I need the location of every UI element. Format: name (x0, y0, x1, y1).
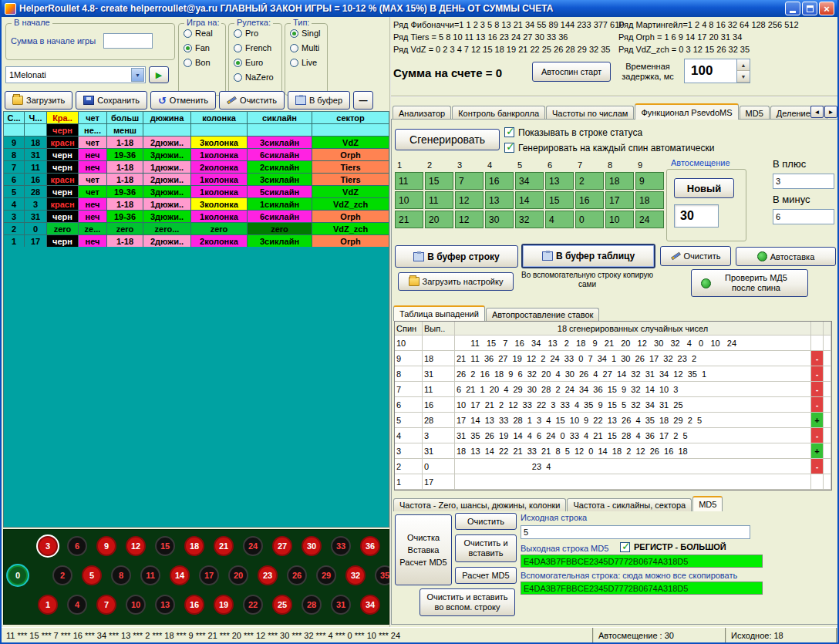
spin-up-button[interactable]: ▲ (737, 59, 750, 71)
board-number-21[interactable]: 21 (214, 536, 234, 556)
tab-scroll-left-button[interactable]: ◄ (810, 106, 824, 118)
board-number-6[interactable]: 6 (67, 536, 87, 556)
play-button[interactable]: ▶ (149, 66, 169, 83)
drops-spin: 5 (395, 413, 423, 428)
radio-game-real[interactable]: Real (184, 28, 225, 39)
undo-button[interactable]: ↺Отменить (150, 91, 216, 110)
board-number-26[interactable]: 26 (287, 565, 307, 585)
board-number-2[interactable]: 2 (52, 565, 72, 585)
board-number-19[interactable]: 19 (214, 595, 234, 615)
tab-1[interactable]: Контроль банкролла (452, 106, 545, 120)
tab-4[interactable]: MD5 (740, 106, 770, 120)
board-number-24[interactable]: 24 (243, 536, 263, 556)
folder-icon (409, 277, 420, 286)
chevron-down-icon[interactable]: ▼ (131, 68, 144, 82)
board-number-22[interactable]: 22 (243, 595, 263, 615)
board-number-11[interactable]: 11 (140, 565, 160, 585)
save-button[interactable]: Сохранить (76, 91, 147, 110)
board-number-7[interactable]: 7 (96, 595, 116, 615)
profile-select[interactable]: 1Melonati ▼ (5, 66, 146, 83)
buffer-table-button[interactable]: В буфер таблицу (521, 244, 655, 268)
load-settings-button[interactable]: Загрузить настройку (398, 272, 514, 291)
collapse-button[interactable]: — (353, 91, 373, 110)
maximize-button[interactable] (802, 2, 817, 15)
tab-0[interactable]: Частота - Zero, шансы, дюжины, колонки (393, 498, 566, 511)
board-number-34[interactable]: 34 (360, 595, 380, 615)
load-button[interactable]: Загрузить (5, 91, 72, 110)
clear-button[interactable]: Очистить (219, 91, 285, 110)
board-number-32[interactable]: 32 (345, 565, 366, 585)
md5-source-input[interactable] (521, 525, 750, 539)
tab-0[interactable]: Анализатор (393, 106, 451, 120)
radio-roulette-pro[interactable]: Pro (234, 28, 281, 39)
tab-2[interactable]: Частоты по числам (546, 106, 634, 120)
radio-roulette-french[interactable]: French (234, 42, 281, 53)
board-number-8[interactable]: 8 (111, 565, 131, 585)
md5-clear-paste-button[interactable]: Очистить и вставить (455, 534, 517, 562)
tab-scroll-right-button[interactable]: ► (824, 106, 837, 118)
buffer-button[interactable]: В буфер (288, 91, 350, 110)
close-button[interactable]: × (819, 2, 834, 15)
new-button[interactable]: Новый (674, 178, 734, 198)
board-number-16[interactable]: 16 (184, 595, 204, 615)
generate-button[interactable]: Сгенерировать (395, 129, 500, 150)
tab-2[interactable]: MD5 (692, 496, 723, 511)
board-number-3[interactable]: 3 (38, 536, 58, 556)
board-number-25[interactable]: 25 (272, 595, 292, 615)
tab-1[interactable]: Частота - сиклайны, сектора (567, 498, 692, 511)
board-number-12[interactable]: 12 (126, 536, 146, 556)
board-number-0[interactable]: 0 (8, 565, 28, 585)
board-number-29[interactable]: 29 (316, 565, 336, 585)
tab-3[interactable]: Функционал PsevdoMS (635, 103, 738, 120)
history-cell: 8 (4, 149, 24, 160)
board-number-36[interactable]: 36 (360, 536, 380, 556)
board-number-30[interactable]: 30 (302, 536, 322, 556)
drops-spin: 4 (395, 428, 423, 443)
board-number-13[interactable]: 13 (155, 595, 175, 615)
md5-calc-button[interactable]: Расчет MD5 (455, 567, 517, 584)
board-number-4[interactable]: 4 (67, 595, 87, 615)
autospin-start-button[interactable]: Автоспин старт (532, 62, 611, 82)
board-number-14[interactable]: 14 (170, 565, 190, 585)
board-number-20[interactable]: 20 (228, 565, 248, 585)
radio-game-bon[interactable]: Bon (184, 57, 225, 68)
radio-game-fan[interactable]: Fan (184, 42, 225, 53)
delay-spinner[interactable]: 100 ▲ ▼ (684, 59, 750, 83)
tab-0[interactable]: Таблица выпадений (393, 305, 485, 321)
clear-button[interactable]: Очистить (660, 246, 731, 266)
checkbox-generate-each-spin[interactable]: ✓ Генерировать на каждый спин автоматиче… (504, 143, 714, 153)
board-number-27[interactable]: 27 (272, 536, 292, 556)
radio-roulette-euro[interactable]: Euro (234, 57, 281, 68)
board-number-5[interactable]: 5 (82, 565, 102, 585)
board-number-23[interactable]: 23 (258, 565, 278, 585)
radio-type-live[interactable]: Live (290, 57, 327, 68)
board-number-1[interactable]: 1 (38, 595, 58, 615)
board-number-28[interactable]: 28 (302, 595, 322, 615)
board-number-18[interactable]: 18 (184, 536, 204, 556)
md5-clear-button[interactable]: Очистить (455, 513, 517, 530)
radio-icon (184, 44, 192, 52)
board-number-10[interactable]: 10 (126, 595, 146, 615)
plus-input[interactable] (773, 174, 834, 189)
board-number-9[interactable]: 9 (96, 536, 116, 556)
board-number-15[interactable]: 15 (155, 536, 175, 556)
buffer-row-button[interactable]: В буфер строку (395, 245, 518, 268)
board-number-17[interactable]: 17 (199, 565, 219, 585)
board-number-33[interactable]: 33 (331, 536, 351, 556)
tab-1[interactable]: Автопроставление ставок (486, 308, 599, 321)
check-md5-button[interactable]: Проверить МД5 после спина (691, 269, 808, 297)
spin-down-button[interactable]: ▼ (737, 71, 750, 83)
checkbox-show-in-status[interactable]: ✓ Показывать в строке статуса (504, 127, 642, 138)
board-number-31[interactable]: 31 (331, 595, 351, 615)
radio-type-multi[interactable]: Multi (290, 42, 327, 53)
radio-roulette-nazero[interactable]: NaZero (234, 72, 281, 83)
md5-multi-button[interactable]: Очистка Вставка Расчет MD5 (395, 514, 452, 585)
md5-clear-paste-aux-button[interactable]: Очистить и вставить во вспом. строку (420, 588, 515, 616)
autobet-button[interactable]: Автоставка (736, 247, 836, 266)
autoshift-value[interactable]: 30 (674, 204, 719, 228)
minus-input[interactable] (773, 209, 834, 224)
minimize-button[interactable] (785, 2, 800, 15)
checkbox-uppercase-register[interactable]: ✓ РЕГИСТР - БОЛЬШОЙ (620, 542, 726, 552)
start-sum-input[interactable] (103, 33, 153, 49)
radio-type-singl[interactable]: Singl (290, 28, 327, 39)
